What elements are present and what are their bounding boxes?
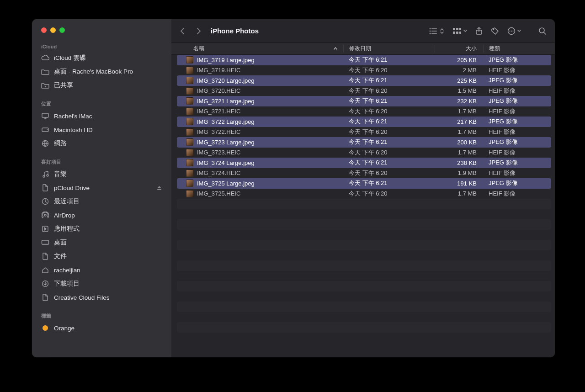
doc-icon bbox=[41, 293, 49, 302]
file-thumbnail-icon bbox=[186, 97, 193, 105]
svg-point-32 bbox=[539, 28, 544, 33]
file-row[interactable]: IMG_3723.HEIC今天 下午 6:201.7 MBHEIF 影像 bbox=[177, 148, 551, 158]
sidebar-item[interactable]: 網路 bbox=[32, 137, 171, 150]
sidebar-item[interactable]: pCloud Drive bbox=[32, 181, 171, 195]
chevron-down-icon bbox=[517, 28, 521, 34]
sidebar-item[interactable]: 最近項目 bbox=[32, 195, 171, 208]
file-row[interactable]: IMG_3724 Large.jpeg今天 下午 6:21238 KBJPEG … bbox=[177, 158, 551, 168]
sidebar-item-label: 文件 bbox=[54, 252, 162, 260]
empty-row bbox=[177, 302, 551, 312]
sort-ascending-icon bbox=[333, 46, 338, 52]
file-list[interactable]: IMG_3719 Large.jpeg今天 下午 6:21205 KBJPEG … bbox=[171, 55, 555, 357]
sidebar-item-label: 桌面 bbox=[54, 238, 162, 247]
empty-row bbox=[177, 219, 551, 230]
file-date: 今天 下午 6:20 bbox=[343, 66, 435, 74]
file-kind: HEIF 影像 bbox=[483, 87, 551, 95]
file-kind: HEIF 影像 bbox=[483, 148, 551, 157]
tag-icon bbox=[41, 324, 49, 332]
file-row[interactable]: IMG_3722 Large.jpeg今天 下午 6:21217 KBJPEG … bbox=[177, 117, 551, 127]
file-size: 238 KB bbox=[435, 159, 483, 166]
file-thumbnail-icon bbox=[186, 56, 193, 64]
file-row[interactable]: IMG_3721 Large.jpeg今天 下午 6:21232 KBJPEG … bbox=[177, 96, 551, 106]
sidebar-item-label: 音樂 bbox=[54, 170, 162, 178]
file-date: 今天 下午 6:20 bbox=[343, 87, 435, 95]
file-name: IMG_3721 Large.jpeg bbox=[197, 98, 255, 105]
sidebar-item[interactable]: 桌面 - Rache's MacBook Pro bbox=[32, 65, 171, 79]
minimize-button[interactable] bbox=[50, 27, 56, 33]
file-row[interactable]: IMG_3721.HEIC今天 下午 6:201.7 MBHEIF 影像 bbox=[177, 106, 551, 117]
svg-point-29 bbox=[509, 30, 510, 31]
eject-icon[interactable] bbox=[156, 185, 162, 191]
file-kind: JPEG 影像 bbox=[483, 117, 551, 126]
group-by-button[interactable] bbox=[452, 25, 467, 37]
view-mode-button[interactable] bbox=[429, 25, 444, 37]
sidebar: iCloudiCloud 雲碟桌面 - Rache's MacBook Pro已… bbox=[32, 19, 171, 357]
window-title: iPhone Photos bbox=[211, 27, 425, 35]
svg-rect-22 bbox=[459, 28, 461, 30]
zoom-button[interactable] bbox=[59, 27, 65, 33]
svg-point-5 bbox=[43, 175, 45, 177]
column-size[interactable]: 大小 bbox=[435, 45, 483, 53]
file-row[interactable]: IMG_3722.HEIC今天 下午 6:201.7 MBHEIF 影像 bbox=[177, 127, 551, 138]
file-kind: JPEG 影像 bbox=[483, 179, 551, 187]
sidebar-item[interactable]: 桌面 bbox=[32, 236, 171, 249]
file-date: 今天 下午 6:20 bbox=[343, 128, 435, 136]
updown-chevron-icon bbox=[440, 28, 444, 34]
file-row[interactable]: IMG_3720.HEIC今天 下午 6:201.5 MBHEIF 影像 bbox=[177, 86, 551, 96]
search-button[interactable] bbox=[538, 25, 547, 37]
back-button[interactable] bbox=[176, 25, 189, 37]
file-kind: JPEG 影像 bbox=[483, 138, 551, 146]
sidebar-item[interactable]: AirDrop bbox=[32, 208, 171, 222]
doc-icon bbox=[41, 252, 49, 260]
sidebar-item[interactable]: Macintosh HD bbox=[32, 123, 171, 137]
action-menu-button[interactable] bbox=[507, 25, 521, 37]
file-row[interactable]: IMG_3724.HEIC今天 下午 6:201.9 MBHEIF 影像 bbox=[177, 168, 551, 179]
svg-point-3 bbox=[47, 129, 48, 130]
file-date: 今天 下午 6:21 bbox=[343, 76, 435, 85]
sidebar-item[interactable]: 已共享 bbox=[32, 79, 171, 92]
forward-button[interactable] bbox=[192, 25, 205, 37]
column-date[interactable]: 修改日期 bbox=[343, 45, 435, 53]
column-kind[interactable]: 種類 bbox=[483, 45, 555, 53]
sidebar-item[interactable]: 下載項目 bbox=[32, 277, 171, 291]
sidebar-item[interactable]: 音樂 bbox=[32, 167, 171, 181]
sidebar-item[interactable]: iCloud 雲碟 bbox=[32, 51, 171, 65]
sidebar-item-label: racheljian bbox=[54, 267, 162, 274]
file-date: 今天 下午 6:21 bbox=[343, 117, 435, 126]
sidebar-item[interactable]: Rachel's iMac bbox=[32, 109, 171, 123]
file-name: IMG_3721.HEIC bbox=[197, 108, 240, 115]
file-date: 今天 下午 6:20 bbox=[343, 190, 435, 198]
apps-icon bbox=[41, 225, 49, 233]
share-button[interactable] bbox=[475, 25, 483, 37]
empty-row bbox=[177, 240, 551, 250]
file-kind: HEIF 影像 bbox=[483, 169, 551, 177]
file-row[interactable]: IMG_3723 Large.jpeg今天 下午 6:21200 KBJPEG … bbox=[177, 137, 551, 148]
svg-rect-7 bbox=[157, 189, 161, 190]
doc-icon bbox=[41, 184, 49, 192]
file-row[interactable]: IMG_3725.HEIC今天 下午 6:201.7 MBHEIF 影像 bbox=[177, 189, 551, 199]
file-name: IMG_3722 Large.jpeg bbox=[197, 118, 255, 125]
svg-point-31 bbox=[512, 30, 513, 31]
file-date: 今天 下午 6:21 bbox=[343, 138, 435, 146]
sidebar-item[interactable]: 應用程式 bbox=[32, 222, 171, 236]
empty-row bbox=[177, 281, 551, 291]
file-size: 1.7 MB bbox=[435, 190, 483, 197]
file-row[interactable]: IMG_3720 Large.jpeg今天 下午 6:21225 KBJPEG … bbox=[177, 75, 551, 86]
file-row[interactable]: IMG_3719.HEIC今天 下午 6:202 MBHEIF 影像 bbox=[177, 65, 551, 76]
file-row[interactable]: IMG_3725 Large.jpeg今天 下午 6:21191 KBJPEG … bbox=[177, 178, 551, 189]
file-kind: HEIF 影像 bbox=[483, 66, 551, 74]
column-headers: 名稱 修改日期 大小 種類 bbox=[171, 43, 555, 55]
file-size: 232 KB bbox=[435, 98, 483, 105]
column-name[interactable]: 名稱 bbox=[171, 45, 343, 53]
svg-point-30 bbox=[511, 30, 512, 31]
file-size: 217 KB bbox=[435, 118, 483, 125]
close-button[interactable] bbox=[41, 27, 47, 33]
sidebar-item[interactable]: Creative Cloud Files bbox=[32, 291, 171, 304]
sidebar-item[interactable]: 文件 bbox=[32, 249, 171, 263]
tags-button[interactable] bbox=[491, 25, 499, 37]
file-row[interactable]: IMG_3719 Large.jpeg今天 下午 6:21205 KBJPEG … bbox=[177, 55, 551, 65]
sidebar-item[interactable]: racheljian bbox=[32, 263, 171, 277]
sidebar-item-label: pCloud Drive bbox=[54, 185, 151, 191]
sidebar-item[interactable]: Orange bbox=[32, 321, 171, 335]
file-thumbnail-icon bbox=[186, 138, 193, 146]
